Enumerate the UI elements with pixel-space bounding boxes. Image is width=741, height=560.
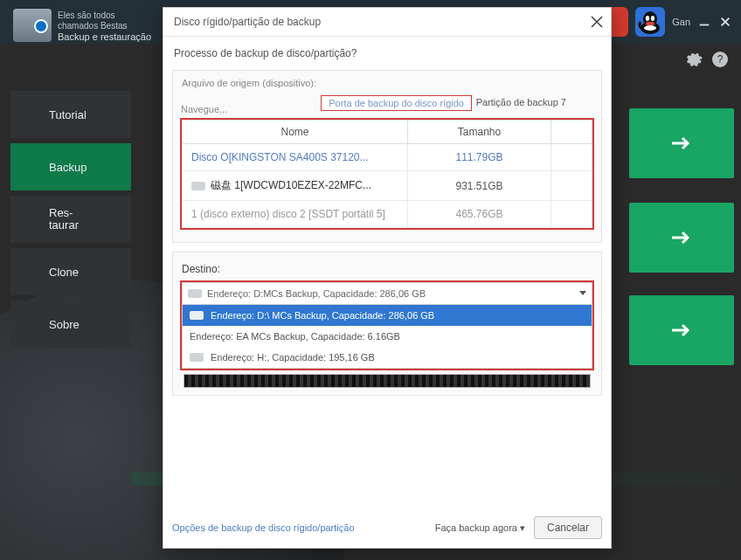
sidebar-item-label: Res- taurar bbox=[49, 207, 79, 232]
sidebar-item-tutorial[interactable]: Tutorial bbox=[10, 91, 131, 138]
col-blank bbox=[551, 121, 592, 144]
disk-size: 931.51GB bbox=[456, 180, 503, 192]
tray-app-2-icon[interactable] bbox=[635, 7, 665, 37]
option-label: Endereço: EA MCs Backup, Capacidade: 6.1… bbox=[190, 331, 400, 342]
svg-point-2 bbox=[646, 16, 649, 21]
destination-panel: Destino: Endereço: D:MCs Backup, Capacid… bbox=[172, 252, 602, 396]
sidebar-item-label: Sobre bbox=[49, 318, 80, 331]
destination-select[interactable]: Endereço: D:MCs Backup, Capacidade: 286,… bbox=[182, 282, 592, 305]
table-row[interactable]: 1 (disco externo) disco 2 [SSDT portátil… bbox=[183, 201, 592, 228]
dialog-title: Disco rígido/partição de backup bbox=[174, 16, 321, 28]
destination-selected: Endereço: D:MCs Backup, Capacidade: 286,… bbox=[207, 288, 426, 299]
app-name: Backup e restauração bbox=[58, 31, 151, 42]
table-row[interactable]: 磁盘 1[WDCWD10EZEX-22MFC... 931.51GB bbox=[183, 171, 592, 201]
help-icon[interactable]: ? bbox=[711, 51, 729, 68]
destination-option[interactable]: Endereço: EA MCs Backup, Capacidade: 6.1… bbox=[183, 326, 592, 347]
gear-icon[interactable] bbox=[685, 51, 703, 68]
dialog-question: Processo de backup de disco/partição? bbox=[174, 47, 602, 59]
col-size: Tamanho bbox=[407, 121, 551, 144]
svg-text:?: ? bbox=[717, 53, 724, 66]
option-label: Endereço: D:\ MCs Backup, Capacidade: 28… bbox=[211, 310, 434, 321]
sidebar-item-about[interactable]: Sobre bbox=[10, 301, 131, 348]
destination-option[interactable]: Endereço: D:\ MCs Backup, Capacidade: 28… bbox=[183, 305, 592, 326]
svg-point-4 bbox=[644, 25, 656, 31]
destination-dropdown: Endereço: D:\ MCs Backup, Capacidade: 28… bbox=[182, 305, 592, 369]
sidebar: Tutorial Backup Res- taurar Clone Sobre bbox=[10, 91, 131, 353]
sidebar-item-label: Tutorial bbox=[49, 108, 87, 121]
action-button-3[interactable] bbox=[629, 295, 734, 365]
app-logo bbox=[13, 9, 52, 42]
disk-size: 111.79GB bbox=[456, 151, 503, 163]
destination-label: Destino: bbox=[182, 263, 594, 275]
hdd-icon bbox=[190, 353, 204, 362]
action-button-2[interactable] bbox=[629, 203, 734, 273]
dialog-close-icon[interactable] bbox=[588, 13, 606, 31]
start-backup-link[interactable]: Faça backup agora ▾ bbox=[435, 522, 525, 534]
disk-name: 磁盘 1[WDCWD10EZEX-22MFC... bbox=[211, 179, 371, 191]
sidebar-item-label: Backup bbox=[49, 161, 87, 174]
hdd-icon bbox=[191, 182, 205, 190]
hdd-icon bbox=[190, 311, 204, 320]
sidebar-item-backup[interactable]: Backup bbox=[10, 143, 131, 190]
sidebar-item-restore[interactable]: Res- taurar bbox=[10, 196, 131, 243]
option-label: Endereço: H:, Capacidade: 195,16 GB bbox=[211, 352, 375, 363]
svg-rect-5 bbox=[646, 22, 654, 25]
minimize-button[interactable] bbox=[697, 15, 711, 29]
tab-partition[interactable]: Partição de backup 7 bbox=[476, 97, 566, 107]
tagline: Eles são todos chamados Bestas bbox=[58, 10, 128, 31]
hdd-icon bbox=[188, 289, 202, 298]
backup-dialog: Disco rígido/partição de backup Processo… bbox=[163, 7, 612, 549]
user-label: Gan bbox=[672, 17, 690, 27]
sidebar-item-clone[interactable]: Clone bbox=[10, 248, 131, 295]
destination-browse[interactable]: Navegue... bbox=[174, 99, 308, 120]
source-panel: Arquivo de origem (dispositivo): Porta d… bbox=[172, 70, 602, 243]
destination-option[interactable]: Endereço: H:, Capacidade: 195,16 GB bbox=[183, 347, 592, 368]
path-field bbox=[184, 374, 591, 388]
action-button-1[interactable] bbox=[629, 108, 734, 178]
source-table: Nome Tamanho Disco O[KINGSTON SA400S 371… bbox=[180, 118, 594, 230]
chevron-down-icon bbox=[579, 291, 586, 295]
disk-size: 465.76GB bbox=[456, 208, 503, 220]
close-button[interactable] bbox=[718, 15, 732, 29]
svg-rect-6 bbox=[700, 24, 710, 26]
sidebar-item-label: Clone bbox=[49, 266, 79, 279]
table-row[interactable]: Disco O[KINGSTON SA400S 37120... 111.79G… bbox=[183, 144, 592, 171]
source-label: Arquivo de origem (dispositivo): bbox=[182, 78, 594, 88]
chevron-down-icon: ▾ bbox=[520, 522, 525, 533]
disk-name: Disco O[KINGSTON SA400S 37120... bbox=[191, 151, 369, 163]
disk-name: 1 (disco externo) disco 2 [SSDT portátil… bbox=[191, 208, 385, 220]
cancel-button[interactable]: Cancelar bbox=[534, 516, 602, 539]
tab-hard-disk[interactable]: Porta de backup do disco rígido bbox=[321, 95, 472, 111]
option-label: Navegue... bbox=[181, 104, 227, 114]
svg-point-3 bbox=[651, 16, 654, 21]
backup-options-link[interactable]: Opções de backup de disco rígido/partiçã… bbox=[172, 522, 355, 533]
col-name: Nome bbox=[183, 121, 408, 144]
